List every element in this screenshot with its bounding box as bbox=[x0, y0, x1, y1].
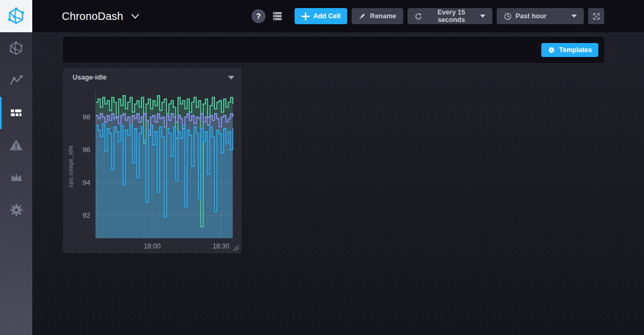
caret-down-icon bbox=[228, 76, 234, 80]
cell-context-menu-button[interactable] bbox=[228, 76, 234, 80]
sidebar bbox=[0, 32, 32, 335]
presentation-mode-icon bbox=[592, 12, 600, 20]
svg-text:18:30: 18:30 bbox=[212, 243, 229, 250]
svg-text:94: 94 bbox=[83, 179, 90, 187]
cell-list-button[interactable] bbox=[272, 11, 283, 22]
svg-text:92: 92 bbox=[83, 211, 90, 219]
svg-text:18:00: 18:00 bbox=[144, 243, 160, 250]
polyhedron-nodes-icon bbox=[9, 41, 24, 56]
plus-icon bbox=[302, 12, 310, 20]
cell-header[interactable]: Usage-idle bbox=[63, 68, 241, 87]
add-cell-button[interactable]: Add Cell bbox=[295, 8, 348, 24]
sidebar-item-hosts[interactable] bbox=[0, 32, 32, 65]
dashboard-content: Templates Usage-idle cpu.usage_idle 9294… bbox=[32, 32, 644, 335]
dashboard-cell-usage-idle[interactable]: Usage-idle cpu.usage_idle 9294969818:001… bbox=[63, 68, 241, 253]
refresh-icon bbox=[414, 12, 423, 20]
cell-chart-area: cpu.usage_idle 9294969818:0018:30 bbox=[63, 87, 241, 253]
graph-tips-button[interactable]: ? bbox=[252, 9, 266, 23]
add-cell-label: Add Cell bbox=[313, 12, 341, 20]
presentation-mode-button[interactable] bbox=[588, 8, 604, 24]
app-window: ChronoDash ? Add Cell Rename bbox=[0, 0, 644, 335]
chevron-down-icon bbox=[131, 14, 139, 19]
sidebar-item-data-explorer[interactable] bbox=[0, 65, 32, 97]
sidebar-item-settings[interactable] bbox=[0, 194, 32, 226]
dashboard-title-dropdown[interactable]: ChronoDash bbox=[62, 10, 139, 23]
question-mark-icon: ? bbox=[256, 12, 261, 20]
rename-label: Rename bbox=[370, 12, 396, 20]
sidebar-item-alerts[interactable] bbox=[0, 129, 32, 161]
cell-chart-svg[interactable]: 9294969818:0018:30 bbox=[63, 87, 241, 253]
sidebar-item-admin[interactable] bbox=[0, 161, 32, 194]
dashboard-title: ChronoDash bbox=[62, 10, 123, 23]
caret-down-icon bbox=[480, 15, 485, 18]
cell-title: Usage-idle bbox=[73, 74, 106, 81]
clock-icon bbox=[504, 12, 512, 20]
pulse-graph-icon bbox=[9, 74, 23, 88]
rename-button[interactable]: Rename bbox=[352, 8, 403, 24]
crown-icon bbox=[9, 170, 24, 185]
alert-triangle-icon bbox=[9, 138, 24, 153]
resize-handle-icon bbox=[232, 244, 239, 251]
pencil-icon bbox=[359, 12, 366, 20]
template-variables-bar: Templates bbox=[63, 37, 604, 63]
app-logo[interactable] bbox=[0, 0, 32, 32]
polyhedron-logo-icon bbox=[7, 7, 25, 25]
gear-icon bbox=[548, 46, 555, 54]
templates-label: Templates bbox=[559, 46, 592, 54]
timerange-label: Past hour bbox=[516, 12, 547, 20]
svg-text:98: 98 bbox=[83, 113, 90, 121]
caret-down-icon bbox=[571, 15, 577, 18]
autorefresh-label: Every 15 seconds bbox=[426, 9, 476, 24]
gear-icon bbox=[9, 203, 24, 217]
templates-button[interactable]: Templates bbox=[541, 43, 598, 57]
autorefresh-dropdown[interactable]: Every 15 seconds bbox=[407, 8, 492, 24]
cell-resize-handle[interactable] bbox=[232, 244, 239, 251]
dashboard-grid-icon bbox=[9, 106, 23, 120]
cell-list-icon bbox=[272, 11, 283, 22]
topbar-controls: ? Add Cell Rename bbox=[252, 8, 644, 24]
sidebar-item-dashboards[interactable] bbox=[0, 97, 32, 129]
topbar: ChronoDash ? Add Cell Rename bbox=[0, 0, 644, 32]
timerange-dropdown[interactable]: Past hour bbox=[497, 8, 584, 24]
svg-text:96: 96 bbox=[83, 146, 90, 154]
